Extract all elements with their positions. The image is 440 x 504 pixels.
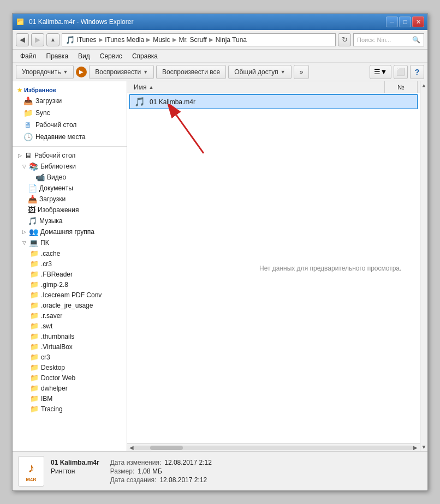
tree-item-ibm[interactable]: 📁 IBM bbox=[13, 393, 127, 404]
tree-item-cr3[interactable]: 📁 .cr3 bbox=[13, 259, 127, 269]
tree-label-homegroup: Домашняя группа bbox=[40, 228, 94, 236]
tree-icon-swt: 📁 bbox=[30, 322, 39, 330]
play-label: Воспроизвести bbox=[95, 68, 141, 76]
path-arrow-2: ▶ bbox=[146, 37, 151, 43]
search-icon[interactable]: 🔍 bbox=[412, 36, 420, 44]
tree-icon-cr3: 📁 bbox=[30, 260, 39, 268]
tree-icon-video: 📹 bbox=[35, 173, 45, 182]
sidebar-item-sync[interactable]: 📁 Sync bbox=[13, 107, 127, 119]
address-path[interactable]: 🎵 iTunes ▶ iTunes Media ▶ Music ▶ Mr. Sc… bbox=[62, 33, 336, 46]
menu-help[interactable]: Справка bbox=[128, 51, 162, 61]
tree-item-downloads-tree[interactable]: 📥 Загрузки bbox=[13, 194, 127, 205]
share-arrow: ▼ bbox=[281, 69, 286, 75]
expand-libraries: ▽ bbox=[21, 164, 27, 169]
status-filename-row: 01 Kalimba.m4r bbox=[51, 459, 99, 466]
forward-button[interactable]: ▶ bbox=[31, 33, 44, 46]
sidebar-item-recent[interactable]: 🕒 Недавние места bbox=[13, 131, 127, 143]
tree-item-swt[interactable]: 📁 .swt bbox=[13, 321, 127, 331]
tree-item-video[interactable]: 📹 Видео bbox=[13, 172, 127, 183]
tree-label-oracle: .oracle_jre_usage bbox=[41, 302, 93, 309]
favorites-section[interactable]: ★ Избранное bbox=[13, 85, 127, 95]
tree-item-fbreader[interactable]: 📁 .FBReader bbox=[13, 269, 127, 279]
tree-item-virtualbox[interactable]: 📁 .VirtualBox bbox=[13, 341, 127, 352]
tree-label-video: Видео bbox=[47, 173, 66, 181]
window-icon: 📁 bbox=[16, 17, 25, 26]
tree-item-thumbnails[interactable]: 📁 .thumbnails bbox=[13, 331, 127, 341]
menu-service[interactable]: Сервис bbox=[96, 51, 127, 61]
status-modified-value: 12.08.2017 2:12 bbox=[164, 459, 212, 466]
vertical-scrollbar[interactable]: ▲ ▼ bbox=[420, 81, 427, 451]
horizontal-scrollbar[interactable]: ◀ ▶ bbox=[127, 443, 420, 451]
toolbar-right: ☰▼ ⬜ ? bbox=[370, 65, 424, 79]
tree-item-rsaver[interactable]: 📁 .r.saver bbox=[13, 310, 127, 321]
scroll-down-arrow[interactable]: ▼ bbox=[421, 444, 427, 450]
file-list-content: 🎵 01 Kalimba.m4r bbox=[127, 93, 420, 443]
menu-edit[interactable]: Правка bbox=[42, 51, 73, 61]
status-created-label: Дата создания: bbox=[110, 476, 157, 484]
expand-video bbox=[28, 175, 33, 180]
up-button[interactable]: ▲ bbox=[46, 33, 60, 46]
col-num-label: № bbox=[397, 83, 405, 91]
tree-item-docs[interactable]: 📄 Документы bbox=[13, 183, 127, 194]
more-button[interactable]: » bbox=[294, 65, 310, 79]
path-segment-4: Mr. Scruff bbox=[179, 36, 207, 44]
tree-item-cr3b[interactable]: 📁 cr3 bbox=[13, 352, 127, 362]
view-options-button[interactable]: ☰▼ bbox=[370, 65, 391, 79]
search-box[interactable]: Поиск: Nin... 🔍 bbox=[353, 33, 424, 46]
tree-icon-oracle: 📁 bbox=[30, 301, 39, 309]
file-preview-icon: ♪ M4R bbox=[18, 456, 44, 487]
menu-file[interactable]: Файл bbox=[16, 51, 41, 61]
tree-item-desktopfolder[interactable]: 📁 Desktop bbox=[13, 362, 127, 373]
share-label: Общий доступ bbox=[234, 68, 278, 76]
tree-icon-tracing: 📁 bbox=[30, 405, 39, 413]
file-item-kalimba[interactable]: 🎵 01 Kalimba.m4r bbox=[129, 94, 418, 109]
tree-label-cr3: .cr3 bbox=[41, 260, 52, 268]
sidebar-item-desktop[interactable]: 🖥 Рабочий стол bbox=[13, 119, 127, 131]
play-all-button[interactable]: Воспроизвести все bbox=[156, 65, 226, 79]
tree-label-tracing: Tracing bbox=[41, 405, 63, 413]
tree-label-pc: ПК bbox=[40, 239, 49, 247]
tree-item-pc[interactable]: ▽ 💻 ПК bbox=[13, 237, 127, 248]
tree-item-desktop[interactable]: ▷ 🖥 Рабочий стол bbox=[13, 150, 127, 161]
minimize-button[interactable]: ─ bbox=[386, 16, 398, 27]
tree-item-gimp[interactable]: 📁 .gimp-2.8 bbox=[13, 279, 127, 290]
tree-item-images[interactable]: 🖼 Изображения bbox=[13, 205, 127, 215]
maximize-button[interactable]: □ bbox=[399, 16, 411, 27]
path-arrow-3: ▶ bbox=[173, 37, 177, 43]
scroll-track[interactable] bbox=[134, 446, 413, 450]
tree-item-dwhelper[interactable]: 📁 dwhelper bbox=[13, 383, 127, 393]
tree-label-images: Изображения bbox=[38, 206, 79, 214]
organize-button[interactable]: Упорядочить ▼ bbox=[16, 65, 74, 79]
svg-line-3 bbox=[176, 115, 204, 153]
tree-item-icecream[interactable]: 📁 .Icecream PDF Conv bbox=[13, 290, 127, 300]
tree-item-doctorweb[interactable]: 📁 Doctor Web bbox=[13, 373, 127, 383]
menu-view[interactable]: Вид bbox=[74, 51, 94, 61]
tree-icon-images: 🖼 bbox=[28, 206, 35, 214]
tree-item-cache[interactable]: 📁 .cache bbox=[13, 248, 127, 259]
col-header-num[interactable]: № bbox=[385, 81, 418, 93]
status-size-value: 1,08 МБ bbox=[138, 467, 162, 475]
status-modified-label: Дата изменения: bbox=[110, 459, 162, 466]
title-bar: 📁 01 Kalimba.m4r - Windows Explorer ─ □ … bbox=[13, 14, 427, 30]
tree-item-music[interactable]: 🎵 Музыка bbox=[13, 215, 127, 226]
scroll-thumb[interactable] bbox=[150, 446, 183, 450]
refresh-button[interactable]: ↻ bbox=[338, 33, 351, 46]
scroll-up-arrow[interactable]: ▲ bbox=[421, 82, 427, 88]
scroll-left-arrow[interactable]: ◀ bbox=[129, 445, 134, 451]
tree-item-tracing[interactable]: 📁 Tracing bbox=[13, 404, 127, 414]
help-button[interactable]: ? bbox=[410, 65, 424, 79]
col-header-name[interactable]: Имя ▲ bbox=[129, 81, 385, 93]
play-button[interactable]: Воспроизвести ▼ bbox=[89, 65, 154, 79]
share-button[interactable]: Общий доступ ▼ bbox=[228, 65, 292, 79]
tree-item-libraries[interactable]: ▽ 📚 Библиотеки bbox=[13, 161, 127, 172]
file-list-header: Имя ▲ № bbox=[127, 81, 420, 93]
tree-icon-fbreader: 📁 bbox=[30, 270, 39, 278]
sidebar-item-downloads[interactable]: 📥 Загрузки bbox=[13, 95, 127, 107]
back-button[interactable]: ◀ bbox=[16, 33, 29, 46]
tree-item-oracle[interactable]: 📁 .oracle_jre_usage bbox=[13, 300, 127, 310]
view-pane-button[interactable]: ⬜ bbox=[394, 65, 408, 79]
tree-item-homegroup[interactable]: ▷ 👥 Домашняя группа bbox=[13, 226, 127, 237]
scroll-right-arrow[interactable]: ▶ bbox=[413, 445, 418, 451]
tree-label-desktopfolder: Desktop bbox=[41, 364, 65, 371]
close-button[interactable]: ✕ bbox=[412, 16, 424, 27]
